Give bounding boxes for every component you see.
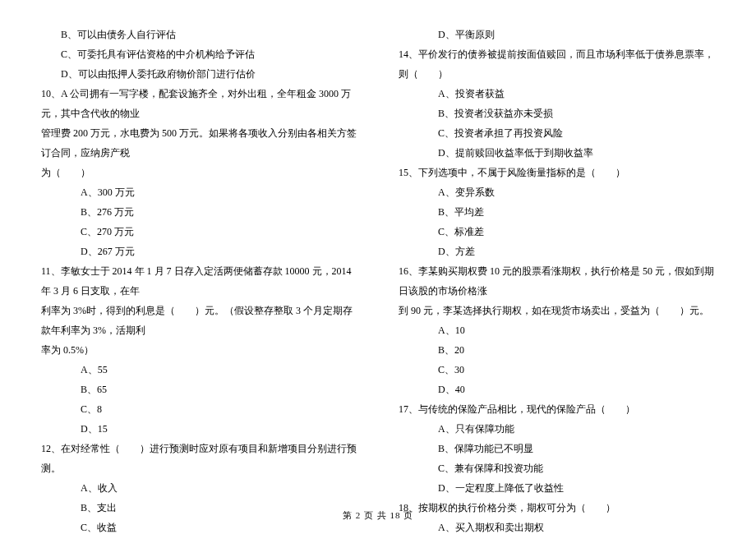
text-line: A、55 (41, 360, 357, 380)
left-column: B、可以由债务人自行评估C、可委托具有评估资格的中介机构给予评估D、可以由抵押人… (41, 25, 357, 534)
text-line: 管理费 200 万元，水电费为 500 万元。如果将各项收入分别由各相关方签订合… (41, 123, 357, 163)
text-line: 利率为 3%时，得到的利息是（ ）元。（假设整存整取 3 个月定期存款年利率为 … (41, 301, 357, 340)
text-line: A、收入 (41, 478, 357, 498)
text-line: A、10 (399, 320, 715, 340)
text-line: 到 90 元，李某选择执行期权，如在现货市场卖出，受益为（ ）元。 (399, 301, 715, 320)
text-line: B、276 万元 (41, 202, 357, 222)
right-column: D、平衡原则14、平价发行的债券被提前按面值赎回，而且市场利率低于债券息票率，则… (399, 25, 715, 534)
text-line: 15、下列选项中，不属于风险衡量指标的是（ ） (399, 163, 715, 182)
text-line: A、投资者获益 (399, 84, 715, 104)
text-line: B、可以由债务人自行评估 (41, 25, 357, 44)
text-line: D、平衡原则 (399, 25, 715, 44)
text-line: C、270 万元 (41, 222, 357, 242)
text-line: B、20 (399, 340, 715, 360)
text-line: B、保障功能已不明显 (399, 439, 715, 458)
text-line: 14、平价发行的债券被提前按面值赎回，而且市场利率低于债券息票率，则（ ） (399, 44, 715, 84)
text-line: C、可委托具有评估资格的中介机构给予评估 (41, 44, 357, 64)
text-line: A、变异系数 (399, 182, 715, 202)
text-line: C、兼有保障和投资功能 (399, 458, 715, 478)
text-line: D、15 (41, 419, 357, 439)
text-line: 16、李某购买期权费 10 元的股票看涨期权，执行价格是 50 元，假如到期日该… (399, 261, 715, 301)
text-line: C、30 (399, 360, 715, 380)
text-line: 12、在对经常性（ ）进行预测时应对原有项目和新增项目分别进行预测。 (41, 439, 357, 478)
text-line: 10、A 公司拥有一写字楼，配套设施齐全，对外出租，全年租金 3000 万元，其… (41, 84, 357, 123)
text-line: D、可以由抵押人委托政府物价部门进行估价 (41, 64, 357, 84)
text-line: 为（ ） (41, 163, 357, 182)
text-line: C、投资者承担了再投资风险 (399, 123, 715, 143)
text-line: C、标准差 (399, 222, 715, 242)
text-line: D、40 (399, 380, 715, 399)
text-line: D、一定程度上降低了收益性 (399, 478, 715, 498)
text-line: 率为 0.5%） (41, 340, 357, 360)
text-line: D、方差 (399, 242, 715, 261)
text-line: 17、与传统的保险产品相比，现代的保险产品（ ） (399, 399, 715, 419)
text-line: D、267 万元 (41, 242, 357, 261)
text-line: C、8 (41, 399, 357, 419)
text-line: D、提前赎回收益率低于到期收益率 (399, 143, 715, 163)
text-line: A、300 万元 (41, 182, 357, 202)
text-line: B、平均差 (399, 202, 715, 222)
page-footer: 第 2 页 共 18 页 (0, 506, 756, 524)
page-body: B、可以由债务人自行评估C、可委托具有评估资格的中介机构给予评估D、可以由抵押人… (41, 25, 715, 534)
text-line: A、只有保障功能 (399, 419, 715, 439)
text-line: 11、李敏女士于 2014 年 1 月 7 日存入定活两便储蓄存款 10000 … (41, 261, 357, 301)
text-line: B、65 (41, 380, 357, 399)
text-line: B、投资者没获益亦未受损 (399, 104, 715, 123)
